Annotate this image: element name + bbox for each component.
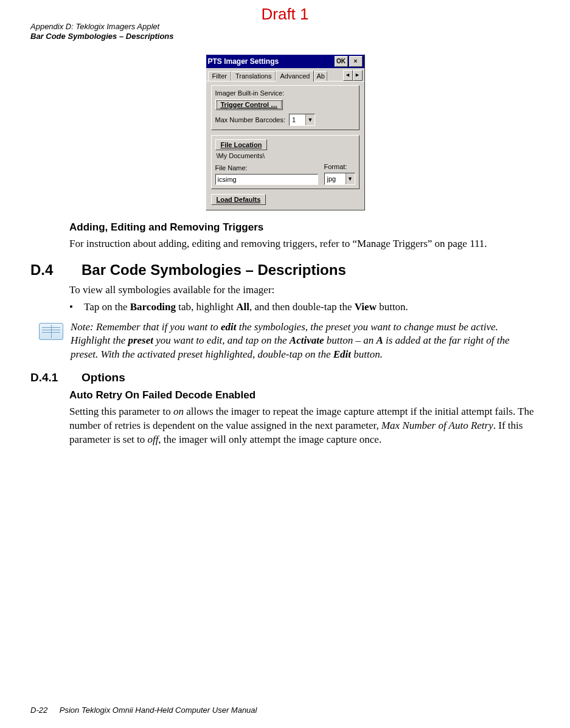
bold-edit2: Edit xyxy=(333,348,351,360)
txt: button. xyxy=(351,348,383,360)
footer-title: Psion Teklogix Omnii Hand-Held Computer … xyxy=(60,705,257,715)
dialog-titlebar: PTS Imager Settings OK × xyxy=(206,55,364,68)
italic-max-retry: Max Number of Auto Retry xyxy=(381,420,493,431)
format-select[interactable]: jpg ▼ xyxy=(324,173,355,185)
tab-filter[interactable]: Filter xyxy=(208,71,231,81)
auto-retry-heading: Auto Retry On Failed Decode Enabled xyxy=(69,389,535,401)
subsection-number: D.4.1 xyxy=(30,371,64,384)
d4-bullet: • Tap on the Barcoding tab, highlight Al… xyxy=(69,301,535,313)
draft-watermark: Draft 1 xyxy=(261,5,308,24)
txt: Remember that if you want to xyxy=(94,321,221,333)
file-name-label: File Name: xyxy=(215,164,318,172)
note-text: Note: Remember that if you want to edit … xyxy=(71,321,535,361)
triggers-paragraph: For instruction about adding, editing an… xyxy=(69,237,535,251)
trigger-control-button[interactable]: Trigger Control … xyxy=(215,99,283,110)
file-name-format-row: File Name: Format: jpg ▼ xyxy=(215,163,355,185)
tab-partial[interactable]: Ab xyxy=(314,71,327,81)
file-name-input[interactable] xyxy=(215,174,318,185)
txt: Tap on the xyxy=(84,301,130,313)
file-location-button[interactable]: File Location xyxy=(215,139,268,150)
dialog-body: Imager Built-in Service: Trigger Control… xyxy=(206,81,364,210)
italic-on: on xyxy=(173,406,184,417)
section-d4-heading: D.4 Bar Code Symbologies – Descriptions xyxy=(30,262,535,279)
file-path: \My Documents\ xyxy=(217,152,355,159)
file-group: File Location \My Documents\ File Name: … xyxy=(211,135,360,189)
txt: button. xyxy=(377,301,408,313)
bold-activate: Activate xyxy=(290,335,324,346)
header-section: Bar Code Symbologies – Descriptions xyxy=(30,32,540,41)
subsection-title: Options xyxy=(82,371,125,384)
txt: Setting this parameter to xyxy=(69,406,173,417)
service-label: Imager Built-in Service: xyxy=(215,89,355,97)
max-barcodes-value: 1 xyxy=(290,114,305,125)
page-footer: D-22 Psion Teklogix Omnii Hand-Held Comp… xyxy=(30,705,257,715)
bold-barcoding: Barcoding xyxy=(130,301,176,313)
trigger-control-label: Trigger Control … xyxy=(221,101,278,108)
txt: you want to edit, and tap on the xyxy=(153,335,290,346)
file-location-label: ile Location xyxy=(224,141,262,148)
tab-translations[interactable]: Translations xyxy=(231,71,276,81)
txt: , the imager will only attempt the image… xyxy=(158,434,381,445)
bold-edit: edit xyxy=(221,321,237,333)
chevron-down-icon: ▼ xyxy=(305,114,315,125)
section-d41-heading: D.4.1 Options xyxy=(30,371,535,384)
bold-all: All xyxy=(236,301,249,313)
max-barcodes-label: Max Number Barcodes: xyxy=(215,116,286,123)
service-group: Imager Built-in Service: Trigger Control… xyxy=(211,85,360,130)
tab-scroll-left[interactable]: ◄ xyxy=(343,70,353,81)
txt: button – an xyxy=(324,335,376,346)
txt: , and then double-tap the xyxy=(249,301,355,313)
bold-preset: preset xyxy=(128,335,153,346)
bold-a: A xyxy=(376,335,383,346)
section-number: D.4 xyxy=(30,262,64,279)
note-block: Note: Remember that if you want to edit … xyxy=(39,321,535,361)
bold-view: View xyxy=(355,301,377,313)
tab-advanced[interactable]: Advanced xyxy=(276,71,314,81)
dialog-title: PTS Imager Settings xyxy=(208,57,333,66)
auto-retry-paragraph: Setting this parameter to on allows the … xyxy=(69,405,535,447)
running-header: Appendix D: Teklogix Imagers Applet Bar … xyxy=(30,22,540,42)
max-barcodes-row: Max Number Barcodes: 1 ▼ xyxy=(215,114,355,126)
bullet-icon: • xyxy=(69,301,75,313)
format-label: Format: xyxy=(324,163,355,170)
load-defaults-button[interactable]: Load Defaults xyxy=(211,194,266,205)
ok-button[interactable]: OK xyxy=(335,56,348,67)
bullet-text: Tap on the Barcoding tab, highlight All,… xyxy=(84,301,408,313)
max-barcodes-select[interactable]: 1 ▼ xyxy=(289,114,315,126)
page-number: D-22 xyxy=(30,705,47,715)
note-label: Note: xyxy=(71,321,94,333)
tab-scroll-right[interactable]: ► xyxy=(353,70,363,81)
pts-imager-settings-dialog: PTS Imager Settings OK × Filter Translat… xyxy=(206,54,365,210)
book-icon xyxy=(39,323,63,340)
format-value: jpg xyxy=(325,173,346,184)
italic-off: off xyxy=(147,434,158,445)
triggers-heading: Adding, Editing and Removing Triggers xyxy=(69,221,535,234)
dialog-screenshot: PTS Imager Settings OK × Filter Translat… xyxy=(30,54,540,210)
tab-strip: Filter Translations Advanced Ab ◄ ► xyxy=(206,68,364,81)
chevron-down-icon: ▼ xyxy=(346,173,355,184)
d4-intro: To view all symbologies available for th… xyxy=(69,283,535,297)
txt: tab, highlight xyxy=(176,301,236,313)
section-title: Bar Code Symbologies – Descriptions xyxy=(82,262,346,279)
close-button[interactable]: × xyxy=(349,56,363,67)
